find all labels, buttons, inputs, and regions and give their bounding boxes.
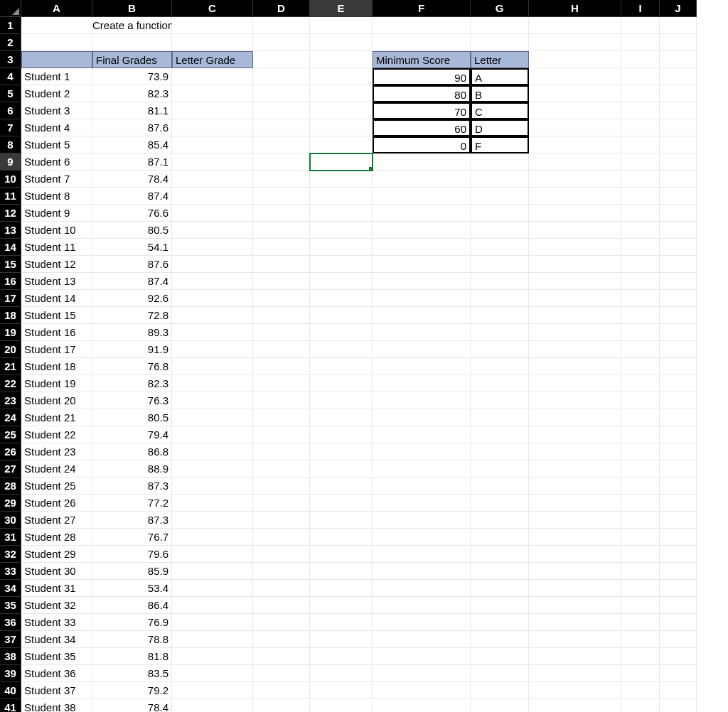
student-name-row-19[interactable]: Student 16: [21, 324, 92, 341]
row-header-3[interactable]: 3: [0, 51, 21, 68]
cell-F15[interactable]: [373, 256, 471, 273]
row-header-20[interactable]: 20: [0, 341, 21, 358]
student-name-row-15[interactable]: Student 12: [21, 256, 92, 273]
cell-J21[interactable]: [660, 358, 697, 375]
cell-J8[interactable]: [660, 136, 697, 153]
cell-D40[interactable]: [253, 682, 310, 699]
cell-H29[interactable]: [529, 495, 621, 512]
row-header-12[interactable]: 12: [0, 205, 21, 222]
student-name-row-4[interactable]: Student 1: [21, 68, 92, 85]
cell-H38[interactable]: [529, 648, 621, 665]
row-header-2[interactable]: 2: [0, 34, 21, 51]
student-grade-row-19[interactable]: 89.3: [92, 324, 172, 341]
student-name-row-39[interactable]: Student 36: [21, 665, 92, 682]
cell-J39[interactable]: [660, 665, 697, 682]
cell-C13[interactable]: [172, 222, 253, 239]
student-grade-row-41[interactable]: 78.4: [92, 699, 172, 712]
row-header-7[interactable]: 7: [0, 119, 21, 136]
cell-D36[interactable]: [253, 614, 310, 631]
cell-H27[interactable]: [529, 460, 621, 478]
student-grade-row-21[interactable]: 76.8: [92, 358, 172, 375]
student-grade-row-24[interactable]: 80.5: [92, 409, 172, 426]
cell-F22[interactable]: [373, 375, 471, 392]
cell-H41[interactable]: [529, 699, 621, 712]
cell-G34[interactable]: [471, 580, 529, 597]
cell-E22[interactable]: [310, 375, 373, 392]
cell-D39[interactable]: [253, 665, 310, 682]
cell-D24[interactable]: [253, 409, 310, 426]
student-grade-row-38[interactable]: 81.8: [92, 648, 172, 665]
cell-J40[interactable]: [660, 682, 697, 699]
cell-D32[interactable]: [253, 546, 310, 563]
min-score-row-7[interactable]: 60: [373, 119, 471, 136]
student-name-row-34[interactable]: Student 31: [21, 580, 92, 597]
row-header-28[interactable]: 28: [0, 478, 21, 495]
cell-I32[interactable]: [621, 546, 660, 563]
cell-F35[interactable]: [373, 597, 471, 614]
student-name-row-24[interactable]: Student 21: [21, 409, 92, 426]
student-name-row-29[interactable]: Student 26: [21, 495, 92, 512]
col-header-I[interactable]: I: [621, 0, 660, 17]
cell-D7[interactable]: [253, 119, 310, 136]
cell-J25[interactable]: [660, 426, 697, 443]
cell-D33[interactable]: [253, 563, 310, 580]
cell-D27[interactable]: [253, 460, 310, 478]
cell-E19[interactable]: [310, 324, 373, 341]
student-name-row-27[interactable]: Student 24: [21, 460, 92, 478]
cell-F30[interactable]: [373, 512, 471, 529]
cell-H10[interactable]: [529, 171, 621, 188]
student-grade-row-18[interactable]: 72.8: [92, 307, 172, 324]
cell-J38[interactable]: [660, 648, 697, 665]
cell-C36[interactable]: [172, 614, 253, 631]
cell-I3[interactable]: [621, 51, 660, 68]
col-header-G[interactable]: G: [471, 0, 529, 17]
cell-H17[interactable]: [529, 290, 621, 307]
cell-J27[interactable]: [660, 460, 697, 478]
student-name-row-21[interactable]: Student 18: [21, 358, 92, 375]
letter-row-4[interactable]: A: [471, 68, 529, 85]
cell-I16[interactable]: [621, 273, 660, 290]
student-grade-row-34[interactable]: 53.4: [92, 580, 172, 597]
student-name-row-30[interactable]: Student 27: [21, 512, 92, 529]
cell-E25[interactable]: [310, 426, 373, 443]
cell-J9[interactable]: [660, 153, 697, 171]
cell-J26[interactable]: [660, 443, 697, 460]
cell-F9[interactable]: [373, 153, 471, 171]
cell-H16[interactable]: [529, 273, 621, 290]
student-name-row-14[interactable]: Student 11: [21, 239, 92, 256]
cell-F16[interactable]: [373, 273, 471, 290]
cell-H3[interactable]: [529, 51, 621, 68]
min-score-row-5[interactable]: 80: [373, 85, 471, 102]
cell-D14[interactable]: [253, 239, 310, 256]
cell-D38[interactable]: [253, 648, 310, 665]
row-header-41[interactable]: 41: [0, 699, 21, 712]
cell-E2[interactable]: [310, 34, 373, 51]
cell-I24[interactable]: [621, 409, 660, 426]
cell-D16[interactable]: [253, 273, 310, 290]
student-grade-row-37[interactable]: 78.8: [92, 631, 172, 648]
cell-E17[interactable]: [310, 290, 373, 307]
cell-I31[interactable]: [621, 529, 660, 546]
cell-D25[interactable]: [253, 426, 310, 443]
cell-E10[interactable]: [310, 171, 373, 188]
cell-J15[interactable]: [660, 256, 697, 273]
cell-J3[interactable]: [660, 51, 697, 68]
student-grade-row-25[interactable]: 79.4: [92, 426, 172, 443]
row-header-24[interactable]: 24: [0, 409, 21, 426]
student-grade-row-33[interactable]: 85.9: [92, 563, 172, 580]
cell-C16[interactable]: [172, 273, 253, 290]
cell-F24[interactable]: [373, 409, 471, 426]
cell-A2[interactable]: [21, 34, 92, 51]
cell-G18[interactable]: [471, 307, 529, 324]
cell-C31[interactable]: [172, 529, 253, 546]
student-grade-row-7[interactable]: 87.6: [92, 119, 172, 136]
cell-D9[interactable]: [253, 153, 310, 171]
cell-J34[interactable]: [660, 580, 697, 597]
cell-D30[interactable]: [253, 512, 310, 529]
cell-C26[interactable]: [172, 443, 253, 460]
cell-E11[interactable]: [310, 188, 373, 205]
cell-F36[interactable]: [373, 614, 471, 631]
student-name-row-33[interactable]: Student 30: [21, 563, 92, 580]
cell-J24[interactable]: [660, 409, 697, 426]
active-cell[interactable]: [310, 153, 373, 171]
